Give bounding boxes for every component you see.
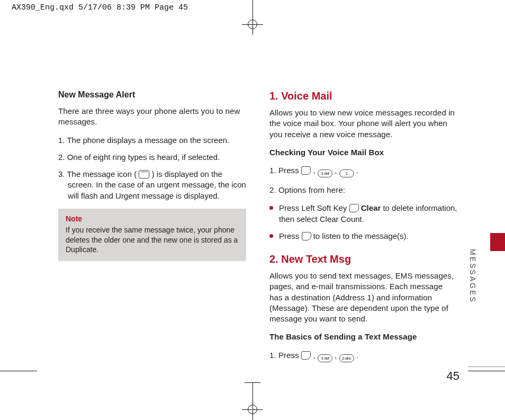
right-column: 1. Voice Mail Allows you to view new voi…	[269, 90, 457, 370]
text-fragment: 3. The message icon (	[58, 169, 137, 178]
list-item: 2. One of eight ring types is heard, if …	[58, 152, 246, 163]
clear-label: Clear	[361, 203, 381, 212]
heading-checking-voicemail: Checking Your Voice Mail Box	[269, 147, 457, 158]
text-fragment: ,	[313, 166, 318, 175]
crop-header: AX390_Eng.qxd 5/17/06 8:39 PM Page 45	[12, 3, 188, 12]
text-fragment: ,	[335, 351, 339, 360]
text-fragment: Press Left Soft Key	[279, 203, 349, 212]
new-message-alert-intro: There are three ways your phone alerts y…	[58, 106, 246, 128]
heading-basics-text: The Basics of Sending a Text Message	[269, 332, 457, 342]
note-box: Note If you receive the same message twi…	[58, 209, 246, 262]
key-1-icon: 1	[339, 169, 354, 177]
text-fragment: .	[356, 351, 358, 360]
text-fragment: ,	[313, 351, 318, 360]
note-body: If you receive the same message twice, y…	[66, 226, 238, 254]
heading-new-message-alert: New Message Alert	[58, 90, 246, 100]
crop-mark-bottom	[242, 399, 263, 420]
page-body: New Message Alert There are three ways y…	[0, 21, 505, 399]
voicemail-step-2: 2. Options from here:	[269, 185, 457, 195]
text-fragment: 1. Press	[269, 166, 301, 175]
list-item: Press Left Soft Key Clear to delete info…	[269, 203, 457, 225]
softkey-icon	[302, 232, 311, 240]
text-fragment: ,	[335, 166, 339, 175]
text-fragment: .	[356, 166, 358, 175]
voicemail-step-1: 1. Press , 3 def , 1 .	[269, 165, 457, 177]
softkey-icon	[349, 204, 359, 212]
softkey-icon	[301, 351, 311, 360]
key-3-icon: 3 def	[318, 354, 332, 362]
new-text-msg-intro: Allows you to send text messages, EMS me…	[269, 271, 457, 324]
note-title: Note	[66, 214, 239, 224]
text-fragment: 1. Press	[269, 351, 301, 360]
softkey-icon	[301, 166, 311, 175]
text-fragment: to listen to the message(s).	[313, 231, 409, 240]
voice-mail-intro: Allows you to view new voice messages re…	[269, 108, 457, 140]
voicemail-options: Press Left Soft Key Clear to delete info…	[269, 203, 457, 242]
list-item: 1. The phone displays a message on the s…	[58, 135, 246, 146]
left-column: New Message Alert There are three ways y…	[58, 90, 246, 370]
heading-new-text-msg: 2. New Text Msg	[269, 253, 457, 265]
heading-voice-mail: 1. Voice Mail	[269, 90, 457, 102]
text-fragment: Press	[279, 231, 302, 240]
new-message-alert-list: 1. The phone displays a message on the s…	[58, 135, 246, 201]
list-item: 3. The message icon ( ) is displayed on …	[58, 169, 246, 201]
envelope-icon	[139, 170, 149, 178]
key-3-icon: 3 def	[318, 169, 332, 177]
text-msg-step-1: 1. Press , 3 def , 2 abc .	[269, 350, 457, 362]
key-2-icon: 2 abc	[339, 354, 354, 362]
list-item: Press to listen to the message(s).	[269, 231, 457, 242]
